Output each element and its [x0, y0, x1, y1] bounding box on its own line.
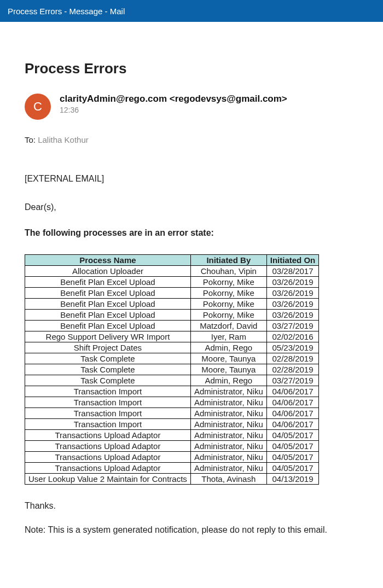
sender-time: 12:36: [60, 106, 287, 114]
cell-initiated-on: 02/28/2019: [266, 353, 319, 364]
cell-initiated-by: Administrator, Niku: [190, 451, 266, 462]
cell-initiated-on: 04/05/2017: [266, 440, 319, 451]
cell-initiated-by: Administrator, Niku: [190, 418, 266, 429]
table-row: Benefit Plan Excel UploadPokorny, Mike03…: [25, 276, 319, 287]
cell-initiated-by: Pokorny, Mike: [190, 287, 266, 298]
cell-initiated-on: 02/28/2019: [266, 364, 319, 375]
table-row: Benefit Plan Excel UploadPokorny, Mike03…: [25, 298, 319, 309]
thanks-line: Thanks.: [25, 501, 358, 511]
cell-initiated-by: Matzdorf, David: [190, 320, 266, 331]
cell-initiated-on: 04/06/2017: [266, 397, 319, 407]
cell-initiated-on: 02/02/2016: [266, 331, 319, 342]
col-process-name: Process Name: [25, 254, 191, 265]
salutation: Dear(s),: [25, 200, 358, 214]
page-title: Process Errors: [25, 60, 358, 77]
window-titlebar: Process Errors - Message - Mail: [0, 0, 383, 22]
cell-initiated-by: Admin, Rego: [190, 375, 266, 386]
process-errors-table: Process Name Initiated By Initiated On A…: [25, 254, 319, 485]
table-row: Transactions Upload AdaptorAdministrator…: [25, 462, 319, 473]
cell-initiated-by: Moore, Taunya: [190, 353, 266, 364]
cell-initiated-by: Iyer, Ram: [190, 331, 266, 342]
table-row: Transactions Upload AdaptorAdministrator…: [25, 451, 319, 462]
sender-display: clarityAdmin@rego.com <regodevsys@gmail.…: [60, 94, 287, 104]
cell-initiated-by: Moore, Taunya: [190, 364, 266, 375]
cell-process-name: Transaction Import: [25, 386, 191, 397]
table-row: User Lookup Value 2 Maintain for Contrac…: [25, 473, 319, 484]
cell-initiated-by: Pokorny, Mike: [190, 309, 266, 320]
cell-process-name: Allocation Uploader: [25, 265, 191, 276]
cell-initiated-by: Administrator, Niku: [190, 386, 266, 397]
table-row: Transaction ImportAdministrator, Niku04/…: [25, 407, 319, 418]
cell-initiated-on: 03/27/2019: [266, 375, 319, 386]
table-row: Shift Project DatesAdmin, Rego05/23/2019: [25, 342, 319, 353]
cell-process-name: Transactions Upload Adaptor: [25, 429, 191, 440]
cell-process-name: Benefit Plan Excel Upload: [25, 298, 191, 309]
cell-process-name: Task Complete: [25, 353, 191, 364]
cell-initiated-on: 04/06/2017: [266, 407, 319, 418]
table-row: Transaction ImportAdministrator, Niku04/…: [25, 418, 319, 429]
cell-process-name: Transactions Upload Adaptor: [25, 451, 191, 462]
cell-initiated-on: 03/28/2017: [266, 265, 319, 276]
table-row: Allocation UploaderChouhan, Vipin03/28/2…: [25, 265, 319, 276]
cell-initiated-by: Administrator, Niku: [190, 440, 266, 451]
cell-initiated-on: 05/23/2019: [266, 342, 319, 353]
cell-process-name: Transactions Upload Adaptor: [25, 462, 191, 473]
cell-initiated-by: Pokorny, Mike: [190, 276, 266, 287]
cell-initiated-on: 04/05/2017: [266, 462, 319, 473]
avatar: C: [25, 94, 51, 120]
table-row: Rego Support Delivery WR ImportIyer, Ram…: [25, 331, 319, 342]
table-row: Transactions Upload AdaptorAdministrator…: [25, 440, 319, 451]
to-label: To:: [25, 135, 36, 144]
col-initiated-by: Initiated By: [190, 254, 266, 265]
col-initiated-on: Initiated On: [266, 254, 319, 265]
table-row: Benefit Plan Excel UploadPokorny, Mike03…: [25, 309, 319, 320]
cell-process-name: Benefit Plan Excel Upload: [25, 276, 191, 287]
cell-initiated-on: 03/26/2019: [266, 276, 319, 287]
to-name: Lalitha Kothur: [38, 135, 89, 144]
window-title: Process Errors - Message - Mail: [8, 7, 125, 16]
cell-process-name: Benefit Plan Excel Upload: [25, 309, 191, 320]
cell-initiated-on: 03/26/2019: [266, 287, 319, 298]
cell-initiated-on: 03/27/2019: [266, 320, 319, 331]
note-line: Note: This is a system generated notific…: [25, 525, 358, 535]
cell-initiated-by: Administrator, Niku: [190, 462, 266, 473]
cell-process-name: Benefit Plan Excel Upload: [25, 320, 191, 331]
table-header-row: Process Name Initiated By Initiated On: [25, 254, 319, 265]
cell-process-name: Rego Support Delivery WR Import: [25, 331, 191, 342]
cell-initiated-on: 04/06/2017: [266, 418, 319, 429]
cell-process-name: User Lookup Value 2 Maintain for Contrac…: [25, 473, 191, 484]
cell-process-name: Benefit Plan Excel Upload: [25, 287, 191, 298]
cell-process-name: Shift Project Dates: [25, 342, 191, 353]
cell-initiated-by: Pokorny, Mike: [190, 298, 266, 309]
table-row: Task CompleteMoore, Taunya02/28/2019: [25, 364, 319, 375]
cell-process-name: Transaction Import: [25, 397, 191, 407]
cell-initiated-on: 04/05/2017: [266, 429, 319, 440]
table-row: Transaction ImportAdministrator, Niku04/…: [25, 386, 319, 397]
cell-process-name: Transaction Import: [25, 418, 191, 429]
cell-process-name: Task Complete: [25, 375, 191, 386]
table-row: Task CompleteMoore, Taunya02/28/2019: [25, 353, 319, 364]
cell-initiated-on: 03/26/2019: [266, 309, 319, 320]
to-line: To: Lalitha Kothur: [25, 135, 358, 144]
cell-initiated-by: Administrator, Niku: [190, 407, 266, 418]
table-row: Benefit Plan Excel UploadPokorny, Mike03…: [25, 287, 319, 298]
cell-initiated-by: Thota, Avinash: [190, 473, 266, 484]
table-row: Transaction ImportAdministrator, Niku04/…: [25, 397, 319, 407]
cell-initiated-by: Administrator, Niku: [190, 429, 266, 440]
cell-process-name: Task Complete: [25, 364, 191, 375]
external-email-tag: [EXTERNAL EMAIL]: [25, 172, 358, 186]
cell-initiated-on: 04/13/2019: [266, 473, 319, 484]
table-intro: The following processes are in an error …: [25, 226, 358, 240]
cell-initiated-by: Administrator, Niku: [190, 397, 266, 407]
mail-content: Process Errors C clarityAdmin@rego.com <…: [0, 22, 383, 546]
cell-initiated-on: 03/26/2019: [266, 298, 319, 309]
cell-initiated-on: 04/06/2017: [266, 386, 319, 397]
table-row: Task CompleteAdmin, Rego03/27/2019: [25, 375, 319, 386]
cell-process-name: Transaction Import: [25, 407, 191, 418]
table-row: Benefit Plan Excel UploadMatzdorf, David…: [25, 320, 319, 331]
sender-row: C clarityAdmin@rego.com <regodevsys@gmai…: [25, 94, 358, 120]
cell-initiated-by: Chouhan, Vipin: [190, 265, 266, 276]
sender-block: clarityAdmin@rego.com <regodevsys@gmail.…: [60, 94, 287, 114]
cell-process-name: Transactions Upload Adaptor: [25, 440, 191, 451]
table-row: Transactions Upload AdaptorAdministrator…: [25, 429, 319, 440]
